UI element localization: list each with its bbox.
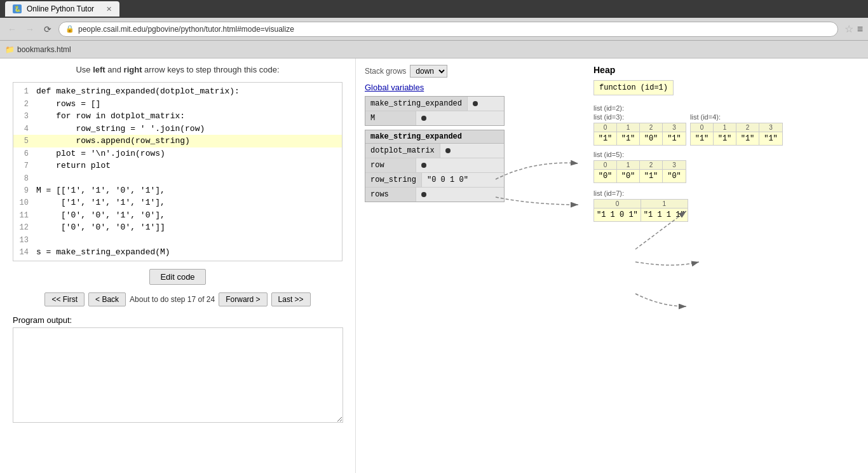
global-variables-link[interactable]: Global variables bbox=[365, 83, 505, 92]
bookmarks-bar: 📁 bookmarks.html bbox=[0, 41, 868, 58]
stack-grows-select[interactable]: down up bbox=[410, 65, 447, 78]
pointer-arrow bbox=[421, 192, 426, 197]
frame-key: row bbox=[365, 158, 416, 172]
list-cell: 2 "1" bbox=[736, 123, 759, 145]
nav-bar: ← → ⟳ 🔒 people.csail.mit.edu/pgbovine/py… bbox=[0, 18, 868, 41]
browser-tab[interactable]: 🐍 Online Python Tutor ✕ bbox=[5, 1, 119, 17]
global-frame: make_string_expanded M bbox=[365, 96, 505, 126]
edit-code-button[interactable]: Edit code bbox=[149, 269, 205, 285]
frame-val bbox=[416, 113, 504, 123]
code-text: row_string = ' '.join(row) bbox=[34, 123, 205, 135]
right-key: right bbox=[124, 65, 142, 74]
list-cell: 1 "0" bbox=[617, 161, 640, 182]
frame-row-rows: rows bbox=[365, 188, 504, 202]
code-line-3: 3 for row in dotplot_matrix: bbox=[13, 110, 342, 123]
frame-key: M bbox=[365, 111, 416, 125]
list-4: 0 "1" 1 "1" 2 "1" bbox=[690, 123, 783, 146]
code-line-14: 14 s = make_string_expanded(M) bbox=[13, 246, 342, 259]
code-line-7: 7 return plot bbox=[13, 160, 342, 172]
left-key: left bbox=[93, 65, 105, 74]
program-output-label: Program output: bbox=[13, 315, 342, 325]
program-output-box[interactable] bbox=[13, 327, 343, 423]
frame-val: "0 0 1 0" bbox=[422, 173, 504, 187]
line-number: 12 bbox=[13, 221, 34, 234]
menu-icon[interactable]: ≡ bbox=[857, 24, 863, 35]
list-5-label: list (id=5): bbox=[593, 151, 859, 158]
frame-key: rows bbox=[365, 188, 416, 202]
code-text: s = make_string_expanded(M) bbox=[34, 246, 170, 259]
stack-grows-row: Stack grows down up bbox=[365, 65, 505, 78]
local-frame: make_string_expanded dotplot_matrix row bbox=[365, 130, 505, 202]
code-line-12: 12 ['0', '0', '0', '1']] bbox=[13, 221, 342, 234]
frame-val bbox=[416, 189, 504, 200]
reload-button[interactable]: ⟳ bbox=[41, 22, 55, 36]
frame-val bbox=[468, 99, 504, 109]
row-string-value: "0 0 1 0" bbox=[427, 175, 468, 184]
lock-icon: 🔒 bbox=[65, 25, 74, 33]
code-text: plot = '\n'.join(rows) bbox=[34, 147, 165, 160]
frame-row-M: M bbox=[365, 111, 504, 125]
forward-button[interactable]: → bbox=[23, 22, 37, 36]
line-number: 13 bbox=[13, 234, 34, 246]
line-number: 5 bbox=[13, 135, 34, 147]
tab-close-button[interactable]: ✕ bbox=[106, 5, 112, 13]
frame-row-row: row bbox=[365, 158, 504, 173]
list-cell: 2 "1" bbox=[640, 161, 663, 182]
list-4-label: list (id=4): bbox=[690, 113, 783, 121]
forward-button[interactable]: Forward > bbox=[219, 292, 267, 306]
stack-grows-label: Stack grows bbox=[365, 67, 406, 76]
bookmarks-folder-icon: 📁 bbox=[5, 45, 15, 54]
line-number: 10 bbox=[13, 196, 34, 209]
code-text: for row in dotplot_matrix: bbox=[34, 110, 185, 123]
code-text: ['1', '1', '1', '1'], bbox=[34, 196, 165, 209]
bookmark-star-icon[interactable]: ☆ bbox=[844, 23, 853, 35]
code-text: M = [['1', '1', '0', '1'], bbox=[34, 184, 165, 197]
line-number: 8 bbox=[13, 172, 34, 184]
code-text: return plot bbox=[34, 160, 111, 172]
first-button[interactable]: << First bbox=[44, 292, 85, 306]
list-3-label: list (id=3): bbox=[593, 113, 686, 121]
code-line-2: 2 rows = [] bbox=[13, 98, 342, 111]
frame-key: row_string bbox=[365, 173, 422, 187]
frame-row-row-string: row_string "0 0 1 0" bbox=[365, 173, 504, 188]
code-text: def make_string_expanded(dotplot_matrix)… bbox=[34, 85, 240, 98]
instruction-text: Use left and right arrow keys to step th… bbox=[13, 65, 342, 74]
address-text: people.csail.mit.edu/pgbovine/python/tut… bbox=[78, 25, 294, 34]
list-3-container: list (id=3): 0 "1" 1 "1" bbox=[593, 113, 686, 148]
code-line-10: 10 ['1', '1', '1', '1'], bbox=[13, 196, 342, 209]
code-text: ['0', '0', '1', '0'], bbox=[34, 209, 165, 222]
code-text bbox=[34, 234, 36, 246]
code-line-13: 13 bbox=[13, 234, 342, 246]
back-step-button[interactable]: < Back bbox=[88, 292, 126, 306]
pointer-arrow bbox=[445, 148, 451, 153]
back-button[interactable]: ← bbox=[5, 22, 19, 36]
list-2-label: list (id=2): bbox=[593, 104, 859, 112]
line-number: 3 bbox=[13, 110, 34, 123]
code-line-9: 9 M = [['1', '1', '0', '1'], bbox=[13, 184, 342, 197]
list-cell: 3 "0" bbox=[663, 161, 686, 182]
frame-row-make-string: make_string_expanded bbox=[365, 97, 504, 111]
stack-section: Stack grows down up Global variables mak… bbox=[365, 65, 505, 205]
line-number: 14 bbox=[13, 246, 34, 259]
frame-key: make_string_expanded bbox=[365, 97, 468, 111]
code-line-8: 8 bbox=[13, 172, 342, 184]
line-number: 9 bbox=[13, 184, 34, 197]
heap-function-box: function (id=1) bbox=[593, 80, 674, 95]
last-button[interactable]: Last >> bbox=[271, 292, 311, 306]
main-content: Use left and right arrow keys to step th… bbox=[0, 58, 868, 473]
list-cell: 2 "0" bbox=[640, 123, 663, 145]
address-bar[interactable]: 🔒 people.csail.mit.edu/pgbovine/python/t… bbox=[58, 22, 838, 37]
left-panel: Use left and right arrow keys to step th… bbox=[0, 58, 356, 473]
code-text: rows = [] bbox=[34, 98, 100, 111]
frame-val bbox=[440, 146, 504, 156]
title-bar: 🐍 Online Python Tutor ✕ bbox=[0, 0, 868, 18]
list-7-label: list (id=7): bbox=[593, 189, 859, 197]
code-text: rows.append(row_string) bbox=[34, 135, 190, 147]
line-number: 7 bbox=[13, 160, 34, 172]
list-cell: 0 "1" bbox=[691, 123, 714, 145]
list-cell: 0 "0" bbox=[594, 161, 617, 182]
line-number: 2 bbox=[13, 98, 34, 111]
line-number: 4 bbox=[13, 123, 34, 135]
bookmarks-item[interactable]: bookmarks.html bbox=[17, 45, 71, 54]
list-3: 0 "1" 1 "1" 2 "0" bbox=[593, 123, 686, 146]
